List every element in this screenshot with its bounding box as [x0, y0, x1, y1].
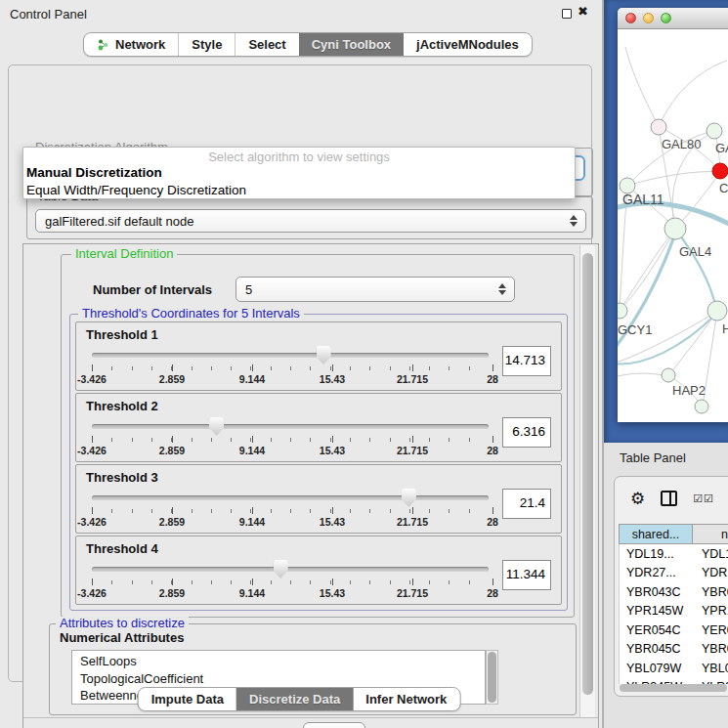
tab-infer-network[interactable]: Infer Network — [353, 688, 459, 710]
attribute-item[interactable]: TopologicalCoefficient — [80, 670, 485, 688]
table-row[interactable]: YBL079WYBL0 — [620, 659, 728, 678]
tab-cyni-toolbox[interactable]: Cyni Toolbox — [299, 33, 404, 56]
gear-icon[interactable]: ⚙ — [630, 491, 645, 507]
slider-major-tick — [92, 436, 93, 443]
float-window-icon[interactable] — [562, 9, 572, 19]
network-node[interactable] — [695, 400, 708, 413]
tab-label: Style — [192, 37, 222, 52]
threshold-value-field[interactable]: 6.316 — [502, 417, 551, 448]
threshold-value-field[interactable]: 14.713 — [502, 346, 551, 376]
slider-scale-label: -3.426 — [77, 445, 107, 456]
threshold-value-field[interactable]: 11.344 — [502, 560, 551, 590]
network-canvas[interactable]: GAL80GACGAL11GAL4GCY1HHAP2 — [618, 29, 728, 421]
table-row[interactable]: YER054CYER0 — [620, 621, 728, 640]
network-node[interactable] — [664, 218, 686, 239]
network-edge[interactable] — [627, 172, 719, 186]
minimize-traffic-light-icon[interactable] — [643, 13, 654, 23]
network-node[interactable] — [707, 301, 727, 321]
slider-major-tick — [492, 578, 493, 585]
checkbox-icons[interactable]: ☑☑ — [693, 492, 714, 505]
table-cell: YBL079W — [620, 662, 694, 675]
attributes-scrollbar[interactable] — [486, 650, 498, 705]
slider-scale-label: 28 — [487, 373, 498, 385]
algorithm-option[interactable]: Equal Width/Frequency Discretization — [23, 182, 575, 199]
table-data-combobox[interactable]: galFiltered.sif default node — [35, 209, 586, 233]
threshold-value-field[interactable]: 21.4 — [502, 489, 551, 519]
slider-track[interactable] — [92, 567, 489, 572]
table-row[interactable]: YDL19...YDL1 — [620, 544, 728, 564]
slider-thumb[interactable] — [317, 346, 331, 364]
table-header-row: shared...n — [619, 524, 728, 544]
tab-discretize-data[interactable]: Discretize Data — [236, 688, 353, 710]
slider-track[interactable] — [92, 424, 489, 429]
slider-scale-label: 2.859 — [159, 373, 185, 385]
slider-track[interactable] — [92, 495, 489, 500]
network-node[interactable] — [618, 303, 627, 319]
tab-select[interactable]: Select — [235, 33, 298, 56]
network-node[interactable] — [662, 368, 675, 382]
slider-thumb[interactable] — [274, 560, 288, 578]
tab-label: Select — [248, 37, 285, 52]
algorithm-option[interactable]: Manual Discretization — [23, 164, 575, 182]
table-row[interactable]: YBR043CYBR0 — [620, 582, 728, 602]
network-node[interactable] — [707, 123, 722, 139]
table-row[interactable]: YPR145WYPR1 — [620, 602, 728, 621]
tab-network[interactable]: Network — [84, 33, 178, 56]
network-edge[interactable] — [618, 373, 667, 377]
slider-major-tick — [492, 364, 493, 371]
table-row[interactable]: YBR045CYBR0 — [620, 640, 728, 660]
tab-style[interactable]: Style — [178, 33, 235, 56]
slider-track[interactable] — [92, 353, 489, 358]
network-view-window[interactable]: GAL80GACGAL11GAL4GCY1HHAP2 — [618, 8, 728, 422]
threshold-slider[interactable]: -3.4262.8599.14415.4321.71528 — [90, 489, 491, 532]
tab-label: Impute Data — [151, 692, 224, 707]
number-of-intervals-combobox[interactable]: 5 — [236, 277, 515, 302]
thresholds-group-label: Threshold's Coordinates for 5 Intervals — [78, 307, 304, 321]
slider-scale-label: 15.43 — [320, 516, 345, 528]
number-of-intervals-label: Number of Intervals — [93, 282, 212, 297]
slider-thumb[interactable] — [402, 489, 416, 507]
threshold-slider[interactable]: -3.4262.8599.14415.4321.71528 — [90, 560, 491, 603]
threshold-box: Threshold 4-3.4262.8599.14415.4321.71528… — [75, 535, 562, 605]
attribute-item[interactable]: SelfLoops — [80, 653, 485, 670]
slider-major-tick — [92, 578, 93, 585]
zoom-traffic-light-icon[interactable] — [661, 13, 671, 23]
threshold-label: Threshold 3 — [86, 470, 158, 485]
threshold-label: Threshold 4 — [86, 541, 158, 556]
tab-jactivemnodules[interactable]: jActiveMNodules — [404, 33, 532, 56]
network-node[interactable] — [712, 163, 728, 179]
slider-major-tick — [492, 507, 493, 514]
apply-button[interactable]: Apply — [303, 722, 365, 728]
table-rows[interactable]: YDL19...YDL1YDR27...YDR2YBR043CYBR0YPR14… — [619, 544, 728, 684]
table-horizontal-scrollbar[interactable] — [620, 684, 727, 692]
network-node[interactable] — [651, 119, 666, 135]
slider-scale-label: 9.144 — [239, 445, 265, 456]
table-row[interactable]: YDR27...YDR2 — [620, 564, 728, 583]
table-column-header[interactable]: shared... — [619, 524, 693, 544]
threshold-slider[interactable]: -3.4262.8599.14415.4321.71528 — [90, 417, 491, 460]
slider-major-tick — [252, 436, 253, 443]
table-cell: YDL19... — [620, 547, 694, 561]
close-traffic-light-icon[interactable] — [625, 13, 636, 23]
columns-icon[interactable] — [661, 491, 677, 506]
network-edge-thick[interactable] — [677, 232, 716, 309]
network-edge[interactable] — [659, 61, 727, 127]
table-column-header[interactable]: n — [693, 524, 728, 544]
slider-major-tick — [172, 578, 173, 585]
network-edge[interactable] — [625, 47, 659, 127]
settings-scrollbar[interactable] — [579, 245, 595, 718]
node-label: HAP2 — [672, 383, 706, 398]
tab-impute-data[interactable]: Impute Data — [139, 688, 236, 710]
network-graph[interactable]: GAL80GACGAL11GAL4GCY1HHAP2 — [618, 29, 728, 421]
slider-thumb[interactable] — [209, 417, 224, 436]
network-window-titlebar[interactable] — [618, 8, 728, 29]
table-cell: YBR0 — [694, 585, 728, 599]
slider-major-tick — [172, 364, 173, 371]
slider-scale-label: -3.426 — [77, 373, 107, 385]
close-icon[interactable]: ✖ — [578, 4, 588, 19]
tab-label: Infer Network — [365, 692, 447, 707]
threshold-slider[interactable]: -3.4262.8599.14415.4321.71528 — [90, 346, 491, 389]
slider-scale-label: 21.715 — [397, 445, 428, 456]
slider-major-tick — [412, 364, 413, 371]
slider-scale-label: 9.144 — [239, 587, 265, 599]
